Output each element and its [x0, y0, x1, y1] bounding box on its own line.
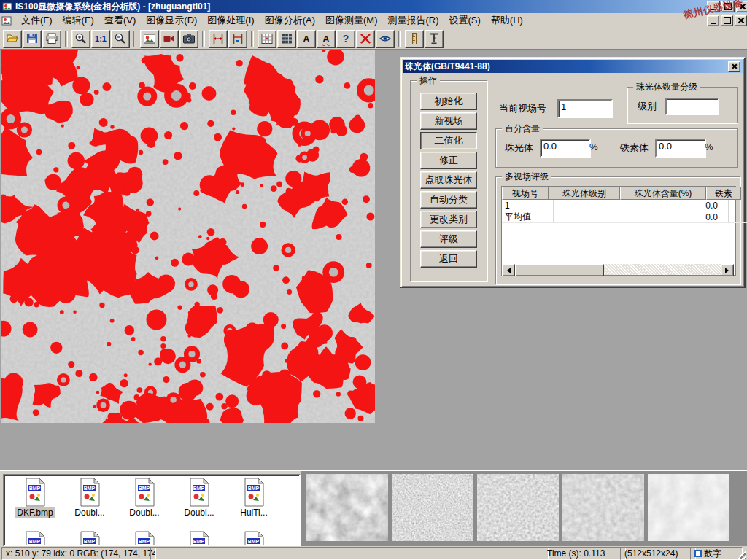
menu-item-image-measure[interactable]: 图像测量(M)	[320, 13, 383, 28]
menu-item-help[interactable]: 帮助(H)	[486, 13, 528, 28]
ruler-button[interactable]	[405, 30, 424, 48]
ruler-icon	[408, 32, 421, 45]
file-item-partial[interactable]: BMP	[9, 531, 61, 547]
dialog-title: 珠光体(GB/T9441-88)	[405, 61, 490, 73]
ferrite-input[interactable]: 0.0	[655, 139, 706, 158]
menu-item-edit[interactable]: 编辑(E)	[58, 13, 99, 28]
thumbnail-3[interactable]	[477, 474, 559, 541]
col-pearlite-content[interactable]: 珠光体含量(%)	[620, 187, 706, 200]
text-style-button[interactable]: A	[317, 30, 336, 48]
file-item-partial[interactable]: BMP	[173, 531, 225, 547]
col-pearlite-grade[interactable]: 珠光体级别	[549, 187, 620, 200]
help-button[interactable]: ?	[336, 30, 355, 48]
change-category-button[interactable]: 更改类别	[420, 211, 477, 228]
thumbnail-4[interactable]	[562, 474, 644, 541]
grid-field-button[interactable]	[258, 30, 276, 48]
app-window: IS100显微摄像系统(金相分析版) - [zhuguangti01] 德州仪器…	[0, 0, 747, 560]
caliper-measure-icon	[231, 32, 244, 45]
caliper-measure-button[interactable]	[228, 30, 247, 48]
dialog-close-button[interactable]	[728, 61, 740, 72]
file-item[interactable]: BMP Doubl...	[173, 478, 225, 518]
thumbnail-5[interactable]	[648, 474, 729, 541]
current-field-input[interactable]: 1	[557, 99, 613, 118]
video-camera-button[interactable]	[160, 30, 179, 48]
menu-item-image-process[interactable]: 图像处理(I)	[202, 13, 259, 28]
menu-bar: 文件(F) 编辑(E) 查看(V) 图像显示(D) 图像处理(I) 图像分析(A…	[0, 13, 747, 28]
menu-item-file[interactable]: 文件(F)	[16, 13, 58, 28]
scroll-right-button[interactable]	[721, 264, 734, 276]
print-button[interactable]	[42, 30, 61, 48]
scroll-left-button[interactable]	[502, 264, 515, 276]
mdi-restore-button[interactable]	[721, 15, 733, 26]
correct-button[interactable]: 修正	[420, 152, 477, 169]
file-item[interactable]: BMP Doubl...	[63, 478, 116, 518]
save-button[interactable]	[23, 30, 42, 48]
thumbnail-2[interactable]	[392, 474, 473, 541]
text-annotate-button[interactable]: A	[297, 30, 316, 48]
zoom-out-button[interactable]	[111, 30, 130, 48]
table-row[interactable]: 1 0.0	[502, 200, 735, 211]
ferrite-percent-sign: %	[705, 141, 713, 152]
bmp-file-icon: BMP	[187, 478, 212, 507]
file-name[interactable]: Doubl...	[73, 508, 106, 518]
rate-button[interactable]: 评级	[420, 230, 477, 248]
bmp-file-icon: BMP	[242, 531, 266, 547]
table-row[interactable]: 平均值 0.0	[502, 211, 735, 223]
file-item[interactable]: BMP HuiTi...	[228, 478, 280, 518]
table-horizontal-scrollbar[interactable]	[502, 264, 734, 275]
scrollbar-thumb[interactable]	[515, 264, 604, 276]
bottom-panel: BMP DKF.bmp BMP Doubl... BMP	[0, 470, 747, 547]
file-item-partial[interactable]: BMP	[118, 531, 171, 547]
file-item-partial[interactable]: BMP	[228, 531, 280, 547]
mdi-minimize-button[interactable]	[707, 15, 719, 26]
file-name[interactable]: DKF.bmp	[15, 508, 54, 518]
actual-size-button[interactable]: 1:1	[91, 30, 110, 48]
stand-button[interactable]	[425, 30, 444, 48]
dialog-title-bar[interactable]: 珠光体(GB/T9441-88)	[403, 60, 743, 73]
table-header-row: 视场号 珠光体级别 珠光体含量(%) 铁素	[502, 187, 735, 200]
menu-item-settings[interactable]: 设置(S)	[444, 13, 486, 28]
resize-grip[interactable]	[737, 550, 746, 559]
metallograph-image[interactable]	[1, 50, 375, 423]
document-icon[interactable]	[1, 15, 13, 26]
open-folder-button[interactable]	[3, 30, 22, 48]
scrollbar-track[interactable]	[515, 264, 721, 275]
multifield-group-label: 多视场评级	[502, 171, 551, 182]
file-item-partial[interactable]: BMP	[63, 531, 116, 547]
file-item[interactable]: BMP DKF.bmp	[9, 478, 61, 518]
menu-item-image-display[interactable]: 图像显示(D)	[141, 13, 202, 28]
new-field-button[interactable]: 新视场	[420, 112, 477, 130]
auto-classify-button[interactable]: 自动分类	[420, 191, 477, 209]
cut-button[interactable]	[356, 30, 375, 48]
file-item[interactable]: BMP Doubl...	[118, 478, 171, 518]
mdi-close-button[interactable]	[735, 15, 747, 26]
save-icon	[26, 32, 39, 45]
grid-dark-button[interactable]	[277, 30, 296, 48]
pick-pearlite-button[interactable]: 点取珠光体	[420, 171, 477, 189]
text-annotate-icon: A	[303, 34, 309, 44]
zoom-in-button[interactable]	[71, 30, 90, 48]
camera-button[interactable]	[179, 30, 198, 48]
binarize-button[interactable]: 二值化	[420, 132, 477, 149]
menu-item-measure-report[interactable]: 测量报告(R)	[382, 13, 444, 28]
eye-preview-button[interactable]	[376, 30, 395, 48]
caliper-button[interactable]	[209, 30, 228, 48]
svg-text:BMP: BMP	[83, 539, 95, 544]
title-bar[interactable]: IS100显微摄像系统(金相分析版) - [zhuguangti01]	[0, 0, 747, 13]
return-button[interactable]: 返回	[420, 250, 477, 268]
file-name[interactable]: Doubl...	[128, 508, 160, 518]
col-field-number[interactable]: 视场号	[502, 187, 549, 200]
video-camera-icon	[163, 32, 176, 45]
file-name[interactable]: Doubl...	[182, 508, 215, 518]
image-display-button[interactable]	[140, 30, 159, 48]
initialize-button[interactable]: 初始化	[420, 93, 477, 110]
operation-group: 操作 初始化 新视场 二值化 修正 点取珠光体 自动分类 更改类别 评级 返回	[410, 80, 487, 281]
pearlite-input[interactable]: 0.0	[540, 139, 591, 158]
grade-input[interactable]	[665, 98, 719, 115]
menu-item-view[interactable]: 查看(V)	[99, 13, 141, 28]
file-name[interactable]: HuiTi...	[239, 508, 269, 518]
thumbnail-1[interactable]	[306, 474, 388, 541]
menu-item-image-analysis[interactable]: 图像分析(A)	[260, 13, 320, 28]
col-ferrite[interactable]: 铁素	[706, 187, 741, 200]
cell-field-number: 1	[502, 200, 554, 211]
